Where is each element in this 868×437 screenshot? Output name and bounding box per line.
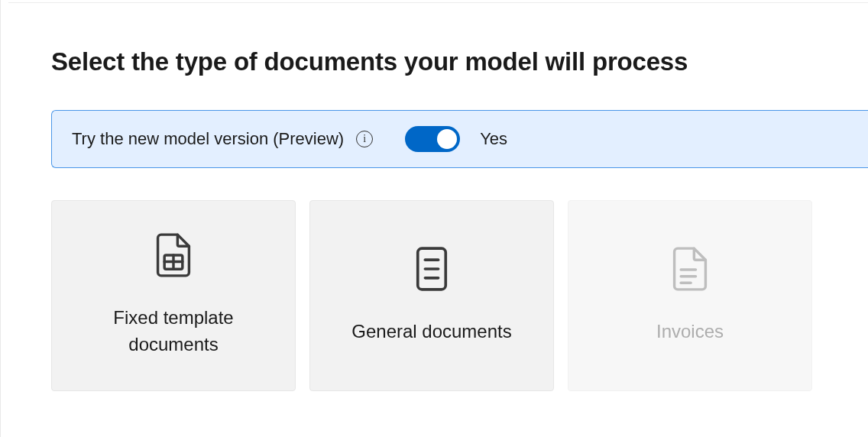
card-label: General documents (351, 319, 511, 345)
info-icon[interactable] (356, 131, 373, 147)
preview-label: Try the new model version (Preview) (72, 129, 344, 149)
general-document-icon (413, 247, 451, 291)
document-type-cards: Fixed template documents General documen… (51, 200, 868, 391)
page-title: Select the type of documents your model … (51, 47, 868, 76)
card-label: Fixed template documents (67, 305, 280, 358)
toggle-knob (437, 129, 457, 149)
preview-toggle[interactable] (405, 126, 460, 152)
fixed-template-document-icon (154, 233, 193, 277)
invoice-document-icon (671, 247, 709, 291)
preview-banner: Try the new model version (Preview) Yes (51, 110, 868, 168)
toggle-state-label: Yes (480, 129, 507, 149)
card-general-documents[interactable]: General documents (309, 200, 554, 391)
card-invoices[interactable]: Invoices (568, 200, 812, 391)
card-fixed-template-documents[interactable]: Fixed template documents (51, 200, 296, 391)
card-label: Invoices (656, 319, 724, 345)
